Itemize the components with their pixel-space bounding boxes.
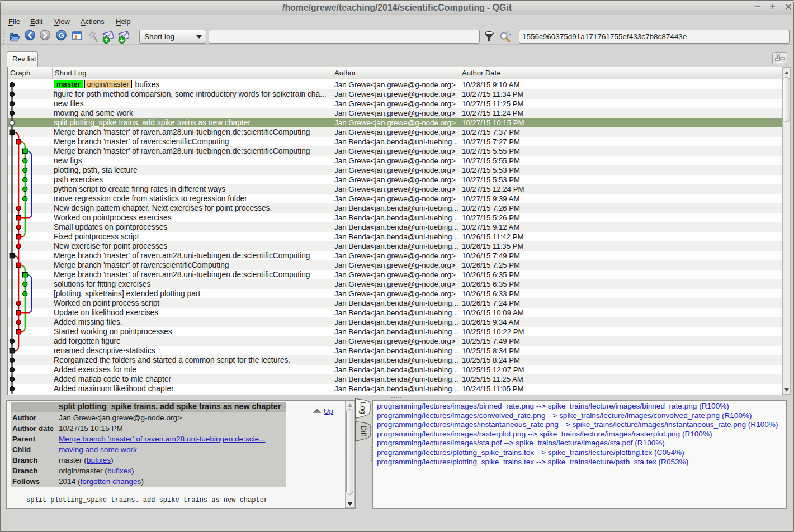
svg-text:Diff: Diff xyxy=(360,425,368,436)
svg-text:Log: Log xyxy=(359,402,367,414)
svg-text:G: G xyxy=(58,31,64,40)
